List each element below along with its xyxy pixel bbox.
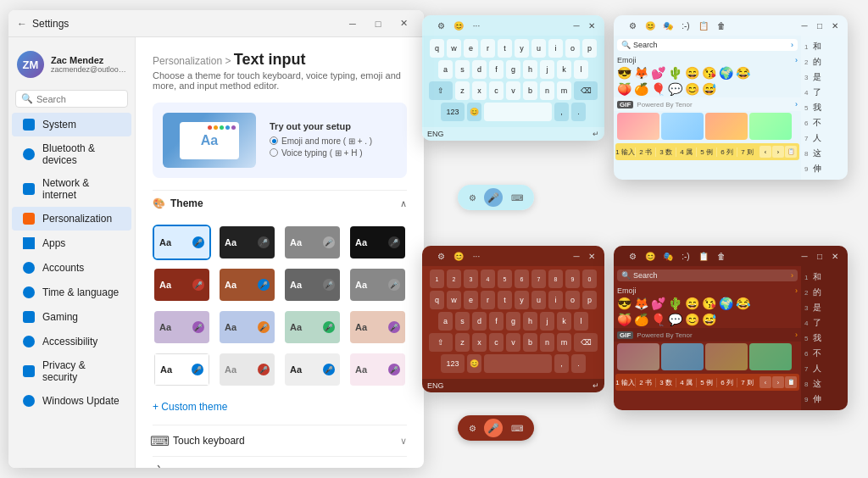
sidebar-item-system[interactable]: System (12, 113, 131, 136)
cn-emoji-3[interactable]: 💕 (651, 66, 665, 80)
cn-emoji-11[interactable]: 🎈 (651, 82, 665, 96)
kb-dark-key-s[interactable]: s (455, 312, 470, 331)
cn-dark-delete-icon[interactable]: 🗑 (714, 248, 729, 264)
kb-key-v[interactable]: v (506, 81, 520, 100)
close-button[interactable]: ✕ (392, 12, 415, 36)
cn-emoji-4[interactable]: 🌵 (668, 66, 682, 80)
kb-key-1[interactable]: 1 (430, 270, 444, 288)
cn-dark-candidate-3[interactable]: 3 数 (656, 378, 676, 387)
kb-123-key[interactable]: 123 (441, 103, 465, 121)
kb-close-icon[interactable]: ✕ (586, 19, 598, 31)
kb-period-key[interactable]: . (571, 103, 586, 121)
kb-key-c[interactable]: c (489, 81, 504, 100)
kb-key-7[interactable]: 7 (531, 270, 546, 288)
kb-key-g[interactable]: g (506, 60, 520, 79)
cn-dark-candidate-7[interactable]: 7 则 (737, 378, 757, 387)
cn-dark-next-btn[interactable]: › (772, 376, 784, 388)
cn-candidate-3[interactable]: 3 数 (656, 147, 676, 157)
kb-key-0[interactable]: 0 (582, 270, 597, 288)
cn-emoji-14[interactable]: 😅 (702, 82, 716, 96)
kb-key-h[interactable]: h (523, 60, 537, 79)
cn-emoji-7[interactable]: 🌍 (719, 66, 733, 80)
sidebar-item-network[interactable]: Network & internet (12, 172, 131, 206)
sidebar-search[interactable]: 🔍 (15, 90, 128, 108)
cn-dark-gif-arrow[interactable]: › (795, 331, 798, 339)
kb-key-t[interactable]: t (498, 39, 512, 58)
kb-comma-key[interactable]: , (554, 103, 569, 121)
theme-card-14[interactable]: Aa 🎤 (218, 352, 276, 387)
minimize-button[interactable]: ─ (341, 12, 364, 36)
cn-dark-candidate-4[interactable]: 4 属 (676, 378, 697, 387)
kb-dark-key-m[interactable]: m (557, 333, 571, 352)
cn-dark-resize-icon[interactable]: □ (814, 250, 826, 262)
cn-dark-candidate-2[interactable]: 2 书 (636, 378, 656, 387)
kb-key-x[interactable]: x (472, 81, 487, 100)
kb-key-l[interactable]: l (574, 60, 588, 79)
cn-gif-arrow[interactable]: › (795, 100, 798, 108)
kb-key-i[interactable]: i (548, 39, 563, 58)
kb-dark-key-e[interactable]: e (464, 291, 478, 309)
kb-dark-comma[interactable]: , (554, 354, 569, 373)
kb-dark-key-v[interactable]: v (506, 333, 520, 352)
kb-key-q[interactable]: q (430, 39, 444, 58)
cn-dark-page-btn[interactable]: 📋 (785, 376, 797, 388)
sidebar-item-windows-update[interactable]: Windows Update (12, 389, 131, 413)
mic-strip-settings-icon[interactable]: ⚙ (469, 193, 476, 203)
cn-minimize-icon[interactable]: ─ (798, 19, 810, 31)
theme-card-2[interactable]: Aa 🎤 (218, 225, 276, 260)
cn-settings-icon[interactable]: ⚙ (625, 18, 640, 33)
kb-key-e[interactable]: e (464, 39, 478, 58)
kb-dark-key-q[interactable]: q (430, 291, 444, 309)
theme-card-5[interactable]: Aa 🎤 (153, 267, 211, 303)
theme-card-4[interactable]: Aa 🎤 (348, 225, 407, 260)
cn-dark-emoji-9[interactable]: 🍑 (617, 313, 632, 326)
kb-key-y[interactable]: y (515, 39, 529, 58)
kb-dark-key-p[interactable]: p (582, 291, 597, 309)
kb-dark-emoji-icon[interactable]: 😊 (451, 248, 466, 264)
cn-dark-emoji-14[interactable]: 😅 (702, 313, 716, 326)
cn-dark-settings-icon[interactable]: ⚙ (625, 248, 640, 264)
cn-emoji-8[interactable]: 😂 (736, 66, 750, 80)
kb-dark-settings-icon[interactable]: ⚙ (433, 248, 448, 264)
cn-prev-btn[interactable]: ‹ (760, 146, 771, 158)
theme-card-7[interactable]: Aa 🎤 (283, 267, 342, 303)
candidate-window-item[interactable]: 文 Candidate window (Chinese Simplified) … (153, 456, 407, 468)
kb-key-a[interactable]: a (438, 60, 453, 79)
cn-emoji-5[interactable]: 😄 (685, 66, 699, 80)
kb-dark-backspace[interactable]: ⌫ (574, 333, 598, 352)
cn-dark-emoji-1[interactable]: 😎 (617, 297, 632, 310)
kb-key-n[interactable]: n (540, 81, 554, 100)
cn-candidate-1[interactable]: 1 输入 (615, 147, 636, 157)
kb-space-key[interactable] (484, 103, 552, 121)
sidebar-item-accessibility[interactable]: Accessibility (12, 330, 131, 353)
cn-sticker-icon[interactable]: 🎭 (660, 18, 676, 33)
theme-card-16[interactable]: Aa 🎤 (348, 352, 407, 387)
kb-dark-emoji-btn[interactable]: 😊 (467, 354, 481, 373)
theme-card-13[interactable]: Aa 🎤 (153, 352, 211, 387)
kb-settings-icon[interactable]: ⚙ (433, 18, 448, 33)
cn-emoji-6[interactable]: 😘 (702, 66, 716, 80)
kb-dark-space[interactable] (484, 354, 552, 373)
kb-dark-key-d[interactable]: d (472, 312, 487, 331)
kb-key-3[interactable]: 3 (464, 270, 478, 288)
kb-key-2[interactable]: 2 (447, 270, 461, 288)
cn-dark-emoji-4[interactable]: 🌵 (668, 297, 682, 310)
kb-key-z[interactable]: z (455, 81, 470, 100)
cn-dark-emoji-12[interactable]: 💬 (668, 313, 682, 326)
cn-emoji-12[interactable]: 💬 (668, 82, 682, 96)
cn-dark-candidate-5[interactable]: 5 例 (697, 378, 717, 387)
back-button[interactable]: ← (17, 18, 27, 30)
kb-dark-more-icon[interactable]: ··· (469, 248, 484, 264)
cn-dark-candidate-1[interactable]: 1 输入 (615, 378, 636, 387)
kb-dark-key-y[interactable]: y (515, 291, 529, 309)
cn-kaomoji-icon[interactable]: :-) (678, 18, 693, 33)
kb-key-k[interactable]: k (557, 60, 571, 79)
kb-dark-shift[interactable]: ⇧ (429, 333, 453, 352)
cn-dark-candidate-6[interactable]: 6 列 (717, 378, 737, 387)
theme-card-15[interactable]: Aa 🎤 (283, 352, 342, 387)
cn-dark-prev-btn[interactable]: ‹ (760, 376, 771, 388)
kb-dark-key-o[interactable]: o (565, 291, 580, 309)
cn-dark-close-icon[interactable]: ✕ (829, 250, 841, 262)
cn-emoji-arrow[interactable]: › (795, 56, 798, 64)
kb-key-w[interactable]: w (447, 39, 461, 58)
